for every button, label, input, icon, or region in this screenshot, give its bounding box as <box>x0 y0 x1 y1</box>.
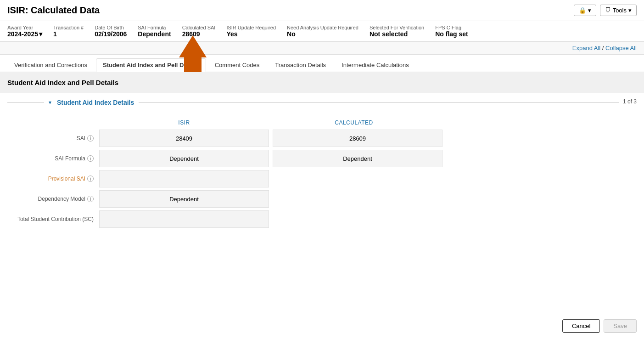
table-row: Dependency Model i Dependent <box>7 190 637 208</box>
page-title: ISIR: Calculated Data <box>7 5 100 16</box>
tab-intermediate-calc[interactable]: Intermediate Calculations <box>335 58 416 72</box>
calculated-column-header: CALCULATED <box>269 118 439 130</box>
row-label-sai-formula: SAI Formula i <box>7 155 99 162</box>
fps-value: No flag set <box>435 30 468 38</box>
expand-collapse-bar: Expand All / Collapse All <box>0 42 644 55</box>
dob-label: Date Of Birth <box>95 25 127 30</box>
data-grid: ISIR CALCULATED SAI i 28409 28609 SAI Fo… <box>7 118 637 228</box>
dependency-model-info-icon[interactable]: i <box>87 196 94 202</box>
sai-formula-calculated-cell: Dependent <box>273 150 442 167</box>
isir-update-item: ISIR Update Required Yes <box>226 25 276 38</box>
sai-info-icon[interactable]: i <box>87 135 94 142</box>
expand-all-link[interactable]: Expand All <box>572 45 600 51</box>
collapse-all-link[interactable]: Collapse All <box>605 45 637 51</box>
filter-icon: ⛉ <box>605 7 611 14</box>
total-student-contribution-isir-cell <box>99 210 269 228</box>
sai-calculated-cell: 28609 <box>273 130 442 147</box>
verification-value: Not selected <box>370 30 424 38</box>
award-year-value[interactable]: 2024-2025 ▾ <box>7 30 42 38</box>
row-label-sai: SAI i <box>7 135 99 142</box>
provisional-sai-isir-cell <box>99 170 269 187</box>
page-header: ISIR: Calculated Data 🔒 ▾ ⛉ Tools ▾ <box>0 0 644 21</box>
fps-label: FPS C Flag <box>435 25 468 30</box>
header-tools: 🔒 ▾ ⛉ Tools ▾ <box>574 5 637 16</box>
sai-formula-isir-cell: Dependent <box>99 150 269 167</box>
row-label-dependency-model: Dependency Model i <box>7 196 99 202</box>
transaction-value: 1 <box>53 30 84 38</box>
section-title: Student Aid Index and Pell Details <box>7 79 118 86</box>
table-row: SAI Formula i Dependent Dependent <box>7 150 637 167</box>
isir-update-label: ISIR Update Required <box>226 25 276 30</box>
need-analysis-label: Need Analysis Update Required <box>287 25 358 30</box>
tab-verification[interactable]: Verification and Corrections <box>7 58 94 72</box>
sub-section-header: ▾ Student Aid Index Details 1 of 3 <box>7 93 637 110</box>
sub-section-chevron-icon[interactable]: ▾ <box>49 99 51 106</box>
sub-section-title: Student Aid Index Details <box>57 99 134 106</box>
fps-item: FPS C Flag No flag set <box>435 25 468 38</box>
meta-bar: Award Year 2024-2025 ▾ Transaction # 1 D… <box>0 21 644 42</box>
calculated-sai-label: Calculated SAI <box>182 25 216 30</box>
tab-comment-codes[interactable]: Comment Codes <box>208 58 267 72</box>
arrow-annotation <box>179 35 207 72</box>
row-label-total-student-contribution: Total Student Contribution (SC) <box>7 216 99 222</box>
table-row: Total Student Contribution (SC) <box>7 210 637 228</box>
expand-collapse-separator: / <box>602 45 605 51</box>
isir-update-value: Yes <box>226 30 276 38</box>
award-year-label: Award Year <box>7 25 42 30</box>
sai-formula-item: SAI Formula Dependent <box>138 25 171 38</box>
tools-button[interactable]: ⛉ Tools ▾ <box>600 5 637 16</box>
verification-item: Selected For Verification Not selected <box>370 25 424 38</box>
section-count: 1 of 3 <box>619 98 637 105</box>
dob-value: 02/19/2006 <box>95 30 127 38</box>
need-analysis-item: Need Analysis Update Required No <box>287 25 358 38</box>
lock-chevron-icon: ▾ <box>588 7 591 14</box>
award-year-item: Award Year 2024-2025 ▾ <box>7 25 42 38</box>
column-headers: ISIR CALCULATED <box>99 118 637 130</box>
tools-label: Tools <box>613 7 627 14</box>
sai-isir-cell: 28409 <box>99 130 269 147</box>
content-area: ▾ Student Aid Index Details 1 of 3 ISIR … <box>0 93 644 228</box>
isir-column-header: ISIR <box>99 118 269 130</box>
lock-icon: 🔒 <box>579 7 586 14</box>
lock-button[interactable]: 🔒 ▾ <box>574 5 596 16</box>
sai-formula-label: SAI Formula <box>138 25 171 30</box>
provisional-sai-info-icon[interactable]: i <box>87 176 94 182</box>
tab-bar: Verification and Corrections Student Aid… <box>0 55 644 72</box>
verification-label: Selected For Verification <box>370 25 424 30</box>
row-label-provisional-sai: Provisional SAI i <box>7 176 99 182</box>
table-row: SAI i 28409 28609 <box>7 130 637 147</box>
sai-formula-value: Dependent <box>138 30 171 38</box>
award-year-chevron-icon: ▾ <box>39 30 42 38</box>
transaction-item: Transaction # 1 <box>53 25 84 38</box>
need-analysis-value: No <box>287 30 358 38</box>
dob-item: Date Of Birth 02/19/2006 <box>95 25 127 38</box>
tools-chevron-icon: ▾ <box>628 7 632 14</box>
section-header: Student Aid Index and Pell Details <box>0 72 644 93</box>
dependency-model-isir-cell: Dependent <box>99 190 269 208</box>
table-row: Provisional SAI i <box>7 170 637 187</box>
sai-formula-info-icon[interactable]: i <box>87 155 94 162</box>
transaction-label: Transaction # <box>53 25 84 30</box>
tab-transaction-details[interactable]: Transaction Details <box>268 58 333 72</box>
